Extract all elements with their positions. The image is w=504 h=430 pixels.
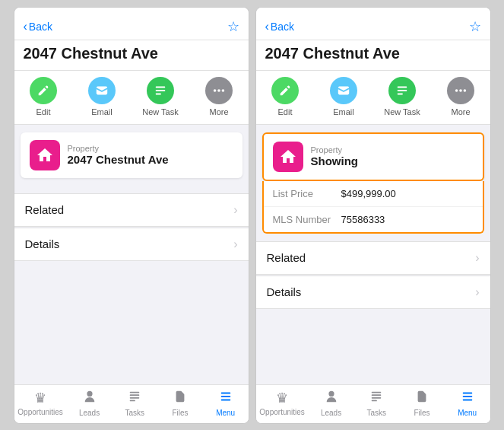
action-row-right: Edit Email New Task More [256,71,490,125]
edit-button-right[interactable]: Edit [265,77,306,116]
favorite-button-right[interactable]: ☆ [469,18,481,35]
favorite-button-left[interactable]: ☆ [227,18,239,35]
files-icon-left [173,390,187,407]
edit-label-left: Edit [36,107,51,116]
details-label-left: Details [25,237,60,250]
newtask-label-left: New Task [142,107,178,116]
menu-icon-right [461,390,474,407]
property-name-right: Showing [311,154,359,167]
nav-bar-right: ‹ Back ☆ [256,12,490,40]
related-item-left[interactable]: Related › [14,193,249,227]
property-icon-left [30,140,60,170]
newtask-icon-left [147,77,174,104]
page-title-left: 2047 Chestnut Ave [24,45,239,62]
more-icon-left [205,77,233,104]
detail-rows-right: List Price $499,999.00 MLS Number 755863… [262,181,484,234]
tab-opportunities-right[interactable]: ♛ Opportunities [259,390,304,417]
back-label-left: Back [29,21,52,33]
back-chevron-right: ‹ [265,20,269,33]
tab-bar-right: ♛ Opportunities Leads Tasks Files [256,384,490,423]
section-list-right: Related › Details › [256,241,490,310]
opportunities-label-left: Opportunities [17,408,62,416]
menu-label-right: Menu [458,409,477,417]
back-button-left[interactable]: ‹ Back [24,20,52,33]
details-chevron-left: › [233,237,237,251]
back-label-right: Back [271,21,294,33]
more-label-right: More [451,107,470,116]
mls-number-row: MLS Number 75586333 [264,207,483,232]
more-button-right[interactable]: More [440,77,482,116]
tab-bar-left: ♛ Opportunities Leads Tasks Files [14,384,249,423]
details-item-right[interactable]: Details › [256,276,490,309]
property-type-left: Property [68,144,169,153]
leads-label-right: Leads [321,409,341,417]
action-row-left: Edit Email New Task More [14,71,249,125]
leads-label-left: Leads [79,409,100,417]
mls-number-label: MLS Number [273,214,341,225]
files-label-left: Files [172,409,188,417]
details-item-left[interactable]: Details › [14,228,249,261]
tasks-icon-right [369,390,383,407]
tasks-label-right: Tasks [366,409,386,417]
property-icon-right [273,142,303,172]
property-info-right: Property Showing [311,145,359,167]
more-button-left[interactable]: More [198,77,240,116]
property-card-right[interactable]: Property Showing [262,132,484,181]
files-icon-right [415,390,429,407]
leads-icon-left [83,390,97,407]
newtask-button-right[interactable]: New Task [382,77,423,116]
menu-label-left: Menu [216,409,235,417]
property-info-left: Property 2047 Chestnut Ave [68,144,169,166]
details-label-right: Details [267,285,302,298]
page-title-right: 2047 Chestnut Ave [265,45,481,62]
property-type-right: Property [311,145,359,154]
files-label-right: Files [414,409,430,417]
details-chevron-right: › [475,285,479,299]
tab-leads-right[interactable]: Leads [312,390,350,417]
tasks-label-left: Tasks [125,409,144,417]
email-label-left: Email [91,107,113,116]
related-label-left: Related [25,203,65,216]
back-chevron-left: ‹ [24,20,27,33]
tab-menu-right[interactable]: Menu [449,390,487,417]
edit-icon-left [30,77,57,104]
left-screen: ‹ Back ☆ 2047 Chestnut Ave Edit Email [14,7,249,424]
email-button-left[interactable]: Email [81,77,123,116]
opportunities-icon-left: ♛ [34,390,46,406]
section-list-left: Related › Details › [14,193,249,262]
tab-files-right[interactable]: Files [403,390,441,417]
newtask-icon-right [388,77,416,104]
screens-container: ‹ Back ☆ 2047 Chestnut Ave Edit Email [8,1,497,430]
mls-number-value: 75586333 [341,214,385,225]
more-label-left: More [209,107,228,116]
opportunities-label-right: Opportunities [259,408,304,416]
back-button-right[interactable]: ‹ Back [265,20,294,33]
list-price-row: List Price $499,999.00 [264,181,483,207]
newtask-label-right: New Task [384,107,420,116]
tab-opportunities-left[interactable]: ♛ Opportunities [17,390,62,417]
page-title-bar-right: 2047 Chestnut Ave [256,40,490,71]
property-name-left: 2047 Chestnut Ave [68,153,169,166]
tab-files-left[interactable]: Files [161,390,199,417]
edit-label-right: Edit [278,107,293,116]
edit-button-left[interactable]: Edit [23,77,65,116]
nav-bar-left: ‹ Back ☆ [14,12,249,40]
related-label-right: Related [267,251,306,264]
property-card-left[interactable]: Property 2047 Chestnut Ave [21,132,242,178]
page-title-bar-left: 2047 Chestnut Ave [14,40,249,71]
email-button-right[interactable]: Email [323,77,365,116]
edit-icon-right [271,77,299,104]
tab-tasks-right[interactable]: Tasks [357,390,395,417]
tab-leads-left[interactable]: Leads [71,390,109,417]
tasks-icon-left [128,390,141,407]
related-chevron-right: › [475,251,479,265]
tab-tasks-left[interactable]: Tasks [116,390,154,417]
related-chevron-left: › [233,203,237,217]
related-item-right[interactable]: Related › [256,241,490,275]
right-screen: ‹ Back ☆ 2047 Chestnut Ave Edit Email [255,7,491,424]
tab-menu-left[interactable]: Menu [207,390,245,417]
email-icon-left [88,77,116,104]
email-label-right: Email [333,107,354,116]
leads-icon-right [325,390,338,407]
newtask-button-left[interactable]: New Task [140,77,182,116]
